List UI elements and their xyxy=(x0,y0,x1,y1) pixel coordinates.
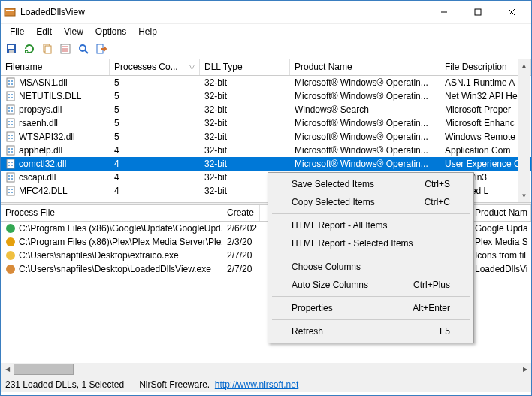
cell-filename: cscapi.dll xyxy=(19,172,56,183)
svg-point-54 xyxy=(8,175,10,177)
toolbar xyxy=(1,38,531,59)
ctx-sep xyxy=(272,213,470,214)
svg-point-62 xyxy=(11,192,13,193)
svg-point-22 xyxy=(11,83,13,85)
menu-options[interactable]: Options xyxy=(89,25,132,38)
col-created[interactable]: Create xyxy=(222,205,260,221)
cell-product: Microsoft® Windows® Operatin... xyxy=(290,117,440,129)
col-dlltype[interactable]: DLL Type xyxy=(200,59,290,75)
svg-point-56 xyxy=(8,178,10,180)
svg-point-36 xyxy=(8,124,10,125)
cell-process-file: C:\Users\snapfiles\Desktop\extraico.exe xyxy=(19,250,179,261)
col-processes[interactable]: Processes Co...▽ xyxy=(110,59,200,75)
ctx-refresh[interactable]: RefreshF5 xyxy=(271,322,471,340)
svg-point-26 xyxy=(8,97,10,98)
cell-dlltype: 32-bit xyxy=(200,144,290,156)
cell-filename: MSASN1.dll xyxy=(19,77,68,88)
svg-point-44 xyxy=(8,148,10,150)
cell-product2: Google Upda xyxy=(470,222,531,234)
svg-rect-18 xyxy=(7,78,14,87)
svg-point-19 xyxy=(8,80,10,82)
exit-icon[interactable] xyxy=(94,41,109,56)
dll-row[interactable]: propsys.dll532-bitWindows® SearchMicroso… xyxy=(1,103,531,116)
cell-process-file: C:\Program Files (x86)\Plex\Plex Media S… xyxy=(19,237,222,247)
process-icon xyxy=(5,264,16,274)
svg-point-35 xyxy=(11,121,13,122)
svg-point-61 xyxy=(8,192,10,193)
svg-point-59 xyxy=(8,189,10,190)
dll-row[interactable]: comctl32.dll432-bitMicrosoft® Windows® O… xyxy=(1,157,531,171)
svg-line-16 xyxy=(85,50,88,53)
col-filename[interactable]: Filename xyxy=(1,59,110,75)
svg-point-47 xyxy=(11,151,13,153)
svg-rect-48 xyxy=(7,159,14,168)
scrollbar-vertical[interactable]: ▲ ▼ xyxy=(518,59,530,202)
col-product[interactable]: Product Name xyxy=(290,59,440,75)
svg-point-31 xyxy=(8,110,10,112)
statusbar: 231 Loaded DLLs, 1 Selected NirSoft Free… xyxy=(1,376,531,392)
cell-product: Windows® Search xyxy=(290,104,440,116)
dll-row[interactable]: MSASN1.dll532-bitMicrosoft® Windows® Ope… xyxy=(1,76,531,89)
svg-point-63 xyxy=(6,224,15,233)
svg-rect-10 xyxy=(45,46,51,53)
menu-edit[interactable]: Edit xyxy=(30,25,58,38)
svg-rect-3 xyxy=(475,9,481,15)
svg-point-24 xyxy=(8,94,10,95)
scroll-thumb[interactable] xyxy=(14,364,74,375)
menu-view[interactable]: View xyxy=(58,25,89,38)
ctx-save[interactable]: Save Selected ItemsCtrl+S xyxy=(271,175,471,193)
dll-file-icon xyxy=(5,172,16,183)
cell-processes: 5 xyxy=(110,104,200,116)
svg-rect-38 xyxy=(7,132,14,141)
svg-point-65 xyxy=(6,251,15,260)
window-controls xyxy=(427,2,528,23)
cell-processes: 4 xyxy=(110,144,200,156)
col-product2[interactable]: Product Nam xyxy=(470,205,531,221)
svg-point-49 xyxy=(8,162,10,163)
ctx-html-all[interactable]: HTML Report - All Items xyxy=(271,216,471,234)
cell-processes: 5 xyxy=(110,117,200,129)
scroll-up-icon[interactable]: ▲ xyxy=(518,59,530,72)
dll-row[interactable]: NETUTILS.DLL532-bitMicrosoft® Windows® O… xyxy=(1,89,531,103)
dll-row[interactable]: WTSAPI32.dll532-bitMicrosoft® Windows® O… xyxy=(1,130,531,144)
maximize-button[interactable] xyxy=(461,2,494,23)
ctx-copy[interactable]: Copy Selected ItemsCtrl+C xyxy=(271,193,471,211)
properties-icon[interactable] xyxy=(58,41,73,56)
ctx-properties[interactable]: PropertiesAlt+Enter xyxy=(271,299,471,317)
menu-help[interactable]: Help xyxy=(132,25,163,38)
context-menu: Save Selected ItemsCtrl+S Copy Selected … xyxy=(268,172,474,343)
copy-icon[interactable] xyxy=(40,41,55,56)
refresh-icon[interactable] xyxy=(22,41,37,56)
svg-rect-53 xyxy=(7,173,14,182)
svg-point-32 xyxy=(11,110,13,112)
svg-point-27 xyxy=(11,97,13,98)
ctx-choose-columns[interactable]: Choose Columns xyxy=(271,258,471,276)
col-process-file[interactable]: Process File xyxy=(1,205,222,221)
scroll-right-icon[interactable]: ▶ xyxy=(518,363,531,376)
ctx-html-sel[interactable]: HTML Report - Selected Items xyxy=(271,234,471,252)
dll-row[interactable]: apphelp.dll432-bitMicrosoft® Windows® Op… xyxy=(1,144,531,157)
svg-rect-58 xyxy=(7,186,14,195)
save-icon[interactable] xyxy=(4,41,19,56)
process-icon xyxy=(5,250,16,261)
ctx-sep xyxy=(272,255,470,255)
cell-dlltype: 32-bit xyxy=(200,158,290,170)
find-icon[interactable] xyxy=(76,41,91,56)
close-button[interactable] xyxy=(494,2,528,23)
ctx-auto-size[interactable]: Auto Size ColumnsCtrl+Plus xyxy=(271,276,471,294)
status-link[interactable]: http://www.nirsoft.net xyxy=(215,379,298,390)
minimize-button[interactable] xyxy=(427,2,461,23)
status-brand: NirSoft Freeware. http://www.nirsoft.net xyxy=(139,379,298,390)
menu-file[interactable]: File xyxy=(4,25,30,38)
scroll-down-icon[interactable]: ▼ xyxy=(518,189,530,202)
cell-dlltype: 32-bit xyxy=(200,104,290,116)
cell-process-file: C:\Program Files (x86)\Google\Update\Goo… xyxy=(19,223,222,234)
status-count: 231 Loaded DLLs, 1 Selected xyxy=(5,379,124,390)
cell-product2: Plex Media S xyxy=(470,236,531,248)
svg-point-25 xyxy=(11,94,13,95)
dll-row[interactable]: rsaenh.dll532-bitMicrosoft® Windows® Ope… xyxy=(1,116,531,130)
scrollbar-horizontal[interactable]: ◀ ▶ xyxy=(1,363,531,376)
svg-point-21 xyxy=(8,83,10,85)
scroll-left-icon[interactable]: ◀ xyxy=(1,363,14,376)
cell-processes: 4 xyxy=(110,185,200,197)
